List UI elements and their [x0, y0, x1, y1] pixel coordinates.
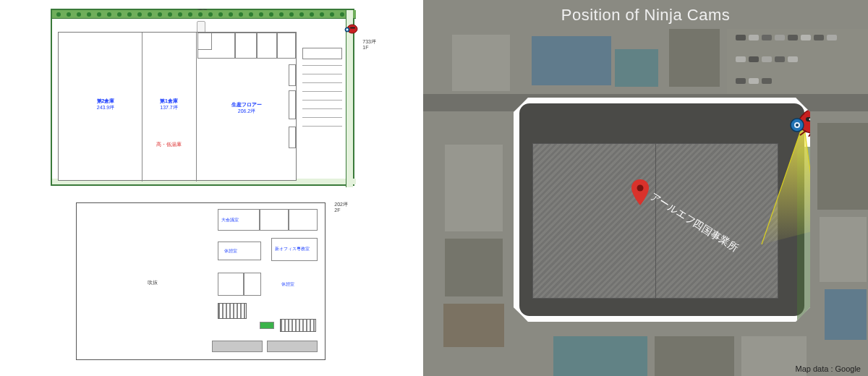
fp2-floor-number: 2F: [334, 208, 340, 213]
satellite-panel: Position of Ninja Cams: [423, 0, 868, 376]
camera-fov-cone: [747, 118, 820, 248]
fp2-right-wing: 大会議室 休憩室 新オフィス専務室 休憩室: [218, 209, 319, 354]
floorplans-panel: 道路 733坪 1F: [0, 0, 423, 376]
other-room-label: 休憩室: [281, 281, 294, 288]
fp1-area-label: 733坪 1F: [362, 39, 376, 51]
map-attribution: Map data : Google: [795, 364, 861, 373]
svg-marker-4: [762, 122, 818, 244]
office-label: 新オフィス専務室: [275, 246, 310, 252]
production-label: 生産フロアー 206.2坪: [218, 101, 276, 114]
fp2-area-label: 202坪 2F: [334, 202, 348, 214]
atrium-area: 吹抜: [88, 214, 218, 351]
svg-rect-3: [350, 27, 355, 29]
fp1-east-strip: [346, 10, 353, 187]
fp1-building-outline: 第2倉庫 243.9坪 第1倉庫 137.7坪 高・低温庫 生産フロアー 206…: [58, 32, 297, 181]
green-marker: [260, 322, 274, 329]
warehouse1-label: 第1倉庫 137.7坪: [149, 98, 189, 111]
svg-point-14: [637, 185, 644, 192]
map-pin-icon: [631, 179, 649, 205]
target-building-roof: [532, 143, 778, 299]
fp2-area-tsubo: 202坪: [334, 202, 348, 207]
warehouse1-area: 137.7坪: [160, 105, 178, 110]
production-area: 206.2坪: [238, 108, 256, 114]
warehouse2-label: 第2倉庫 243.9坪: [80, 98, 131, 111]
meeting-room-label: 大会議室: [221, 217, 239, 223]
satellite-title: Position of Ninja Cams: [423, 6, 868, 25]
svg-point-13: [796, 124, 799, 127]
rest-room-label: 休憩室: [224, 248, 237, 255]
fp1-area-tsubo: 733坪: [362, 39, 376, 44]
warehouse2-area: 243.9坪: [97, 105, 115, 110]
svg-point-2: [346, 29, 349, 31]
ninja-cam-mini-icon: [344, 23, 359, 35]
fp1-floor-number: 1F: [362, 45, 368, 50]
atrium-label: 吹抜: [88, 279, 218, 286]
warehouse1-note: 高・低温庫: [147, 141, 190, 148]
warehouse1-name: 第1倉庫: [160, 98, 178, 103]
floorplan-2f: 202坪 2F 吹抜 大会議室 休憩室 新オフィス専務室 休憩室: [76, 202, 326, 360]
warehouse2-name: 第2倉庫: [97, 98, 115, 103]
floorplan-1f: 道路 733坪 1F: [51, 9, 354, 186]
satellite-highlight-frame: アールエフ四国事業所: [514, 98, 810, 322]
production-name: 生産フロアー: [231, 102, 262, 107]
